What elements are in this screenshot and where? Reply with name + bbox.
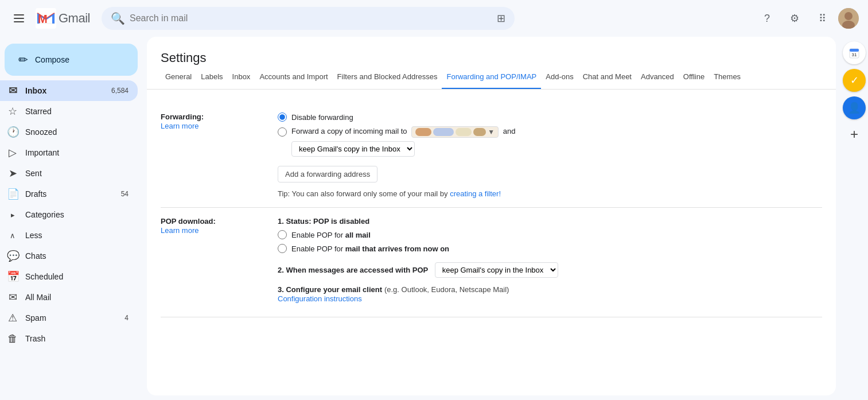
gmail-m-icon: M <box>36 8 56 29</box>
sidebar-item-label: Snoozed <box>25 127 129 137</box>
add-forwarding-button[interactable]: Add a forwarding address <box>278 166 377 182</box>
forwarding-content: Disable forwarding Forward a copy of inc… <box>278 112 822 198</box>
search-input[interactable] <box>130 13 492 24</box>
svg-rect-6 <box>850 49 859 52</box>
sidebar-item-label: Categories <box>25 210 129 219</box>
right-sidebar: 31 ✓ 👤 + <box>840 37 868 400</box>
snoozed-icon: 🕐 <box>7 126 18 138</box>
pop-section: POP download: Learn more 1. Status: POP … <box>161 208 822 317</box>
starred-icon: ☆ <box>7 105 18 118</box>
less-icon: ∧ <box>7 231 18 240</box>
categories-icon: ▸ <box>7 211 18 219</box>
tab-filters[interactable]: Filters and Blocked Addresses <box>333 65 442 90</box>
hamburger-menu[interactable] <box>9 10 29 27</box>
sidebar-item-drafts[interactable]: 📄 Drafts 54 <box>0 184 138 204</box>
tab-general[interactable]: General <box>161 65 196 90</box>
spam-icon: ⚠ <box>7 312 18 324</box>
configure-note: (e.g. Outlook, Eudora, Netscape Mail) <box>384 285 509 294</box>
pop-when-label: 2. When messages are accessed with POP k… <box>278 262 822 278</box>
config-instructions-link[interactable]: Configuration instructions <box>278 294 362 303</box>
sidebar-item-inbox[interactable]: ✉ Inbox 6,584 <box>0 80 138 101</box>
pop-now-bold: mail that arrives from now on <box>345 244 449 253</box>
settings-tabs: General Labels Inbox Accounts and Import… <box>147 65 836 90</box>
sidebar-item-label: All Mail <box>25 293 129 302</box>
tab-chat[interactable]: Chat and Meet <box>578 65 636 90</box>
sidebar-item-label: Less <box>25 231 129 240</box>
pop-all-mail-row: Enable POP for all mail <box>278 230 822 239</box>
settings-body: Forwarding: Learn more Disable forwardin… <box>147 90 836 395</box>
forwarding-learn-more[interactable]: Learn more <box>161 122 198 130</box>
keep-copy-select[interactable]: keep Gmail's copy in the Inbox archive G… <box>291 141 415 157</box>
gmail-logo: M Gmail <box>36 8 90 29</box>
sidebar-item-trash[interactable]: 🗑 Trash <box>0 328 138 349</box>
tab-forwarding[interactable]: Forwarding and POP/IMAP <box>442 65 541 90</box>
email-chip-4 <box>473 128 486 136</box>
email-chip-2 <box>433 128 454 136</box>
disable-forwarding-radio[interactable] <box>278 112 287 122</box>
avatar[interactable] <box>838 8 859 29</box>
allmail-icon: ✉ <box>7 291 18 304</box>
pop-content: 1. Status: POP is disabled Enable POP fo… <box>278 217 822 303</box>
sidebar-item-spam[interactable]: ⚠ Spam 4 <box>0 308 138 328</box>
gmail-wordmark: Gmail <box>59 11 90 26</box>
sidebar-item-starred[interactable]: ☆ Starred <box>0 101 138 122</box>
topbar-actions: ? ⚙ ⠿ <box>756 7 859 30</box>
sidebar-item-label: Sent <box>25 169 129 178</box>
pop-status: 1. Status: POP is disabled <box>278 217 822 226</box>
help-button[interactable]: ? <box>756 7 779 30</box>
forwarding-label: Forwarding: Learn more <box>161 112 264 198</box>
enable-forwarding-radio[interactable] <box>278 127 287 137</box>
spam-count: 4 <box>124 314 129 322</box>
topbar: M Gmail 🔍 ⊞ ? ⚙ ⠿ <box>0 0 868 37</box>
settings-title: Settings <box>147 37 836 65</box>
trash-icon: 🗑 <box>7 333 18 345</box>
tab-advanced[interactable]: Advanced <box>636 65 679 90</box>
pop-title: POP download: <box>161 217 264 226</box>
sidebar-item-scheduled[interactable]: 📅 Scheduled <box>0 266 138 287</box>
sidebar-item-snoozed[interactable]: 🕐 Snoozed <box>0 122 138 142</box>
search-bar[interactable]: 🔍 ⊞ <box>102 7 515 30</box>
svg-text:31: 31 <box>852 52 857 57</box>
tab-labels[interactable]: Labels <box>196 65 227 90</box>
forwarding-section: Forwarding: Learn more Disable forwardin… <box>161 103 822 208</box>
add-apps-button[interactable]: + <box>850 126 858 142</box>
sidebar-item-label: Scheduled <box>25 272 129 281</box>
sidebar-item-categories[interactable]: ▸ Categories <box>0 204 138 225</box>
creating-filter-link[interactable]: creating a filter! <box>450 189 501 198</box>
pop-all-mail-label: Enable POP for all mail <box>291 231 371 239</box>
sidebar-item-label: Important <box>25 148 129 157</box>
sidebar-item-important[interactable]: ▷ Important <box>0 142 138 163</box>
sidebar-item-allmail[interactable]: ✉ All Mail <box>0 287 138 308</box>
search-icon: 🔍 <box>111 11 125 25</box>
sidebar-item-label: Drafts <box>25 189 114 199</box>
forwarding-title: Forwarding: <box>161 112 264 121</box>
sidebar-item-less[interactable]: ∧ Less <box>0 225 138 246</box>
compose-button[interactable]: ✏ Compose <box>5 44 138 76</box>
filter-icon[interactable]: ⊞ <box>497 12 505 25</box>
important-icon: ▷ <box>7 146 18 159</box>
svg-text:M: M <box>38 13 48 25</box>
drafts-icon: 📄 <box>7 188 18 200</box>
tasks-icon[interactable]: ✓ <box>843 69 866 92</box>
settings-button[interactable]: ⚙ <box>783 7 806 30</box>
apps-button[interactable]: ⠿ <box>811 7 834 30</box>
sidebar-item-chats[interactable]: 💬 Chats <box>0 246 138 266</box>
tab-inbox[interactable]: Inbox <box>228 65 255 90</box>
tip-text: Tip: You can also forward only some of y… <box>278 189 822 198</box>
pop-now-radio[interactable] <box>278 244 287 253</box>
sidebar-item-label: Spam <box>25 313 118 323</box>
pop-all-mail-radio[interactable] <box>278 230 287 239</box>
sent-icon: ➤ <box>7 167 18 180</box>
sidebar-item-sent[interactable]: ➤ Sent <box>0 163 138 184</box>
pop-now-row: Enable POP for mail that arrives from no… <box>278 244 822 253</box>
pop-when-select[interactable]: keep Gmail's copy in the Inbox archive G… <box>435 262 558 278</box>
tab-themes[interactable]: Themes <box>709 65 745 90</box>
tab-accounts[interactable]: Accounts and Import <box>255 65 332 90</box>
tab-addons[interactable]: Add-ons <box>541 65 578 90</box>
tab-offline[interactable]: Offline <box>679 65 709 90</box>
pop-learn-more[interactable]: Learn more <box>161 226 198 235</box>
contacts-icon[interactable]: 👤 <box>843 96 866 119</box>
pop-now-label: Enable POP for mail that arrives from no… <box>291 244 449 253</box>
pop-label: POP download: Learn more <box>161 217 264 303</box>
calendar-icon[interactable]: 31 <box>843 41 866 64</box>
